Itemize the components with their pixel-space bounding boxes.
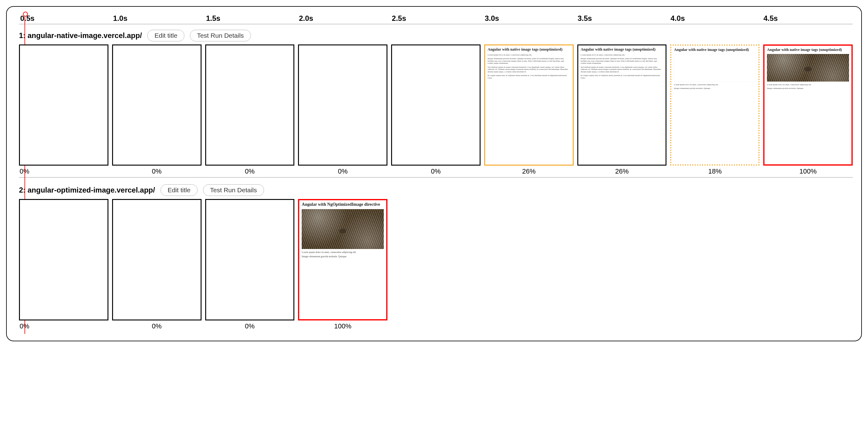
time-tick: 1.0s (113, 14, 202, 23)
percent-label: 0% (112, 167, 202, 175)
image-placeholder (674, 54, 756, 82)
test-run-details-button[interactable]: Test Run Details (190, 30, 251, 41)
frame-thumb[interactable] (205, 45, 294, 166)
frame-heading: Angular with native image tags (unoptimi… (674, 48, 756, 52)
percent-label: 0% (205, 167, 294, 175)
frame-thumb[interactable] (298, 45, 388, 166)
time-tick: 4.0s (671, 14, 760, 23)
time-tick: 1.5s (206, 14, 295, 23)
percent-label: 0% (391, 167, 480, 175)
timeline-header: 0.5s 1.0s 1.5s 2.0s 2.5s 3.0s 3.5s 4.0s … (19, 14, 853, 24)
percent-label: 26% (484, 167, 574, 175)
frame-thumb[interactable] (391, 45, 480, 166)
time-tick: 2.5s (392, 14, 481, 23)
row-title: 1: angular-native-image.vercel.app/ (19, 31, 142, 40)
percent-label: 18% (670, 167, 760, 175)
test-run-details-button[interactable]: Test Run Details (203, 184, 264, 196)
frame-heading: Angular with NgOptimizedImage directive (302, 202, 384, 207)
percent-label (763, 322, 853, 330)
row-header-2: 2: angular-optimized-image.vercel.app/ E… (19, 184, 853, 196)
time-tick: 0.5s (20, 14, 109, 23)
frame-heading: Angular with native image tags (unoptimi… (767, 48, 849, 52)
cat-image (302, 209, 384, 249)
visual-complete-row-1: 0% 0% 0% 0% 0% 26% 26% 18% 100% (19, 167, 853, 177)
frame-thumb[interactable]: Angular with native image tags (unoptimi… (670, 45, 760, 166)
filmstrip-row-2: Angular with NgOptimizedImage directive … (19, 199, 853, 320)
time-tick: 3.0s (485, 14, 574, 23)
frame-thumb[interactable] (205, 199, 294, 320)
percent-label: 0% (112, 322, 202, 330)
frame-thumb[interactable] (19, 45, 108, 166)
percent-label: 0% (19, 167, 108, 175)
percent-label: 0% (205, 322, 294, 330)
time-tick: 4.5s (764, 14, 853, 23)
percent-label (391, 322, 480, 330)
row-title: 2: angular-optimized-image.vercel.app/ (19, 186, 155, 194)
filmstrip-panel: 0.5s 1.0s 1.5s 2.0s 2.5s 3.0s 3.5s 4.0s … (6, 6, 862, 341)
edit-title-button[interactable]: Edit title (160, 184, 197, 196)
frame-heading: Angular with native image tags (unoptimi… (488, 47, 570, 52)
percent-label: 0% (298, 167, 388, 175)
frame-thumb[interactable] (19, 199, 108, 320)
percent-label (670, 322, 760, 330)
frame-thumb[interactable]: Angular with native image tags (unoptimi… (577, 45, 667, 166)
frame-thumb[interactable] (112, 45, 202, 166)
frame-thumb[interactable]: Angular with native image tags (unoptimi… (484, 45, 574, 166)
frame-heading: Angular with native image tags (unoptimi… (581, 47, 663, 52)
filmstrip-row-1: Angular with native image tags (unoptimi… (19, 45, 853, 166)
cat-image (767, 54, 849, 82)
percent-label: 100% (763, 167, 853, 175)
frame-thumb[interactable]: Angular with native image tags (unoptimi… (763, 45, 853, 166)
percent-label: 100% (298, 322, 388, 330)
frame-thumb[interactable]: Angular with NgOptimizedImage directive … (298, 199, 388, 320)
visual-complete-row-2: 0% 0% 0% 100% (19, 322, 853, 332)
frame-thumb[interactable] (112, 199, 202, 320)
percent-label: 26% (577, 167, 667, 175)
percent-label (484, 322, 574, 330)
time-tick: 2.0s (299, 14, 388, 23)
row-header-1: 1: angular-native-image.vercel.app/ Edit… (19, 30, 853, 41)
percent-label: 0% (19, 322, 108, 330)
edit-title-button[interactable]: Edit title (147, 30, 184, 41)
time-tick: 3.5s (578, 14, 667, 23)
percent-label (577, 322, 667, 330)
